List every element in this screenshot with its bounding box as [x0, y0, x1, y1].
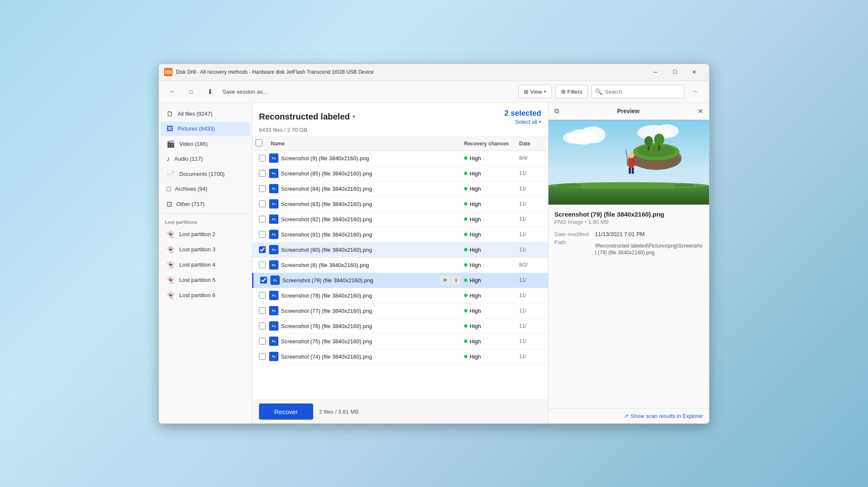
table-row[interactable]: Ps Screenshot (8) (file 3840x2160).png H… [252, 258, 548, 273]
sidebar-item-lost-partition-5[interactable]: 👻 Lost partition 5 [161, 273, 250, 287]
svg-rect-19 [632, 167, 634, 173]
preview-panel: ⧉ Preview ✕ [548, 103, 709, 423]
sidebar-item-audio[interactable]: ♪ Audio (117) [161, 152, 250, 166]
other-icon: ⊡ [167, 200, 172, 208]
sidebar-item-lost-partition-2-label: Lost partition 2 [179, 231, 215, 237]
high-dot-11 [464, 324, 467, 328]
row-recovery-7: High [464, 262, 519, 268]
row-name-6: Ps Screenshot (80) (file 3840x2160).png [269, 245, 464, 254]
row-checkbox-12[interactable] [259, 338, 266, 345]
sidebar-item-other[interactable]: ⊡ Other (717) [161, 197, 250, 211]
more-options-button[interactable]: ··· [688, 84, 703, 99]
row-action-buttons-8: 👁 ℹ [440, 276, 461, 285]
sidebar-item-archives[interactable]: □ Archives (94) [161, 182, 250, 196]
filters-button[interactable]: ⚙ Filters [555, 85, 588, 98]
table-row[interactable]: Ps Screenshot (82) (file 3840x2160).png … [252, 212, 548, 227]
filters-icon: ⚙ [561, 89, 566, 95]
row-checkbox-9[interactable] [259, 292, 266, 299]
back-button[interactable]: ← [165, 84, 180, 99]
sidebar-item-video-label: Video (186) [179, 141, 208, 147]
minimize-button[interactable]: ─ [645, 66, 665, 78]
row-name-7: Ps Screenshot (8) (file 3840x2160).png [269, 260, 464, 270]
selected-count: 2 selected [504, 109, 541, 118]
folder-dropdown-icon[interactable]: ▾ [353, 114, 355, 120]
row-name-11: Ps Screenshot (76) (file 3840x2160).png [269, 321, 464, 331]
row-date-13: 11/ [519, 353, 545, 359]
row-checkbox-13[interactable] [259, 353, 266, 360]
sidebar-section-lost-partitions: Lost partitions [159, 215, 252, 226]
row-checkbox-10[interactable] [259, 307, 266, 314]
row-checkbox-3[interactable] [259, 200, 266, 207]
table-row[interactable]: Ps Screenshot (77) (file 3840x2160).png … [252, 303, 548, 319]
file-name-7: Screenshot (8) (file 3840x2160).png [281, 262, 369, 268]
sidebar-item-lost-partition-3[interactable]: 👻 Lost partition 3 [161, 242, 250, 257]
row-info-button-8[interactable]: ℹ [451, 276, 461, 285]
table-row[interactable]: Ps Screenshot (84) (file 3840x2160).png … [252, 181, 548, 197]
file-icon-8: Ps [270, 276, 280, 285]
table-row[interactable]: Ps Screenshot (80) (file 3840x2160).png … [252, 242, 548, 258]
row-recovery-9: High [464, 292, 519, 299]
row-date-7: 8/2/ [519, 262, 545, 268]
table-row[interactable]: Ps Screenshot (79) (file 3840x2160).png … [252, 273, 548, 288]
row-checkbox-0[interactable] [259, 155, 266, 161]
table-row[interactable]: Ps Screenshot (74) (file 3840x2160).png … [252, 349, 548, 365]
select-all-button[interactable]: Select all ▾ [515, 119, 541, 125]
file-icon-10: Ps [269, 306, 278, 315]
header-checkbox[interactable] [256, 139, 269, 148]
row-checkbox-4[interactable] [259, 216, 266, 223]
view-button[interactable]: ⊞ View ▾ [518, 85, 552, 98]
show-explorer-button[interactable]: ↗ Show scan results in Explorer [624, 413, 703, 419]
preview-close-button[interactable]: ✕ [698, 107, 703, 115]
sidebar-item-video[interactable]: 🎬 Video (186) [161, 136, 250, 151]
maximize-button[interactable]: ☐ [665, 66, 684, 78]
row-date-8: 11/ [519, 277, 545, 283]
search-input[interactable] [605, 89, 681, 95]
file-icon-1: Ps [269, 169, 278, 178]
sidebar-item-pictures[interactable]: 🖼 Pictures (6433) [161, 122, 250, 136]
row-recovery-10: High [464, 308, 519, 314]
preview-image-svg [548, 120, 709, 205]
row-checkbox-7[interactable] [259, 262, 266, 268]
row-checkbox-8[interactable] [260, 277, 267, 284]
table-row[interactable]: Ps Screenshot (83) (file 3840x2160).png … [252, 197, 548, 212]
svg-point-15 [629, 152, 634, 158]
sidebar-item-documents[interactable]: 📄 Documents (1700) [161, 167, 250, 181]
file-name-11: Screenshot (76) (file 3840x2160).png [281, 323, 372, 329]
row-checkbox-5[interactable] [259, 231, 266, 238]
close-button[interactable]: ✕ [684, 66, 704, 78]
table-row[interactable]: Ps Screenshot (81) (file 3840x2160).png … [252, 227, 548, 242]
table-row[interactable]: Ps Screenshot (78) (file 3840x2160).png … [252, 288, 548, 303]
table-row[interactable]: Ps Screenshot (76) (file 3840x2160).png … [252, 319, 548, 334]
table-row[interactable]: Ps Screenshot (75) (file 3840x2160).png … [252, 334, 548, 349]
table-row[interactable]: Ps Screenshot (85) (file 3840x2160).png … [252, 166, 548, 181]
home-button[interactable]: ⌂ [184, 84, 199, 99]
table-row[interactable]: Ps Screenshot (9) (file 3840x2160).png H… [252, 151, 548, 166]
row-name-0: Ps Screenshot (9) (file 3840x2160).png [269, 153, 464, 163]
select-all-label: Select all [515, 119, 537, 125]
file-icon-9: Ps [269, 291, 278, 300]
download-button[interactable]: ⬇ [202, 84, 217, 99]
select-all-checkbox[interactable] [256, 139, 262, 146]
preview-meta: Date modified: 11/13/2021 7:01 PM Path: … [554, 231, 703, 257]
high-dot-8 [464, 278, 467, 282]
sidebar-item-lost-partition-6-label: Lost partition 6 [179, 292, 215, 298]
row-checkbox-11[interactable] [259, 323, 266, 329]
row-eye-button-8[interactable]: 👁 [440, 276, 450, 285]
preview-image [548, 120, 709, 205]
row-checkbox-2[interactable] [259, 185, 266, 192]
preview-title: Preview [617, 108, 640, 114]
folder-title-text: Reconstructed labeled [259, 112, 350, 122]
preview-copy-button[interactable]: ⧉ [554, 107, 559, 115]
sidebar-item-lost-partition-4[interactable]: 👻 Lost partition 4 [161, 257, 250, 272]
sidebar-item-all-files[interactable]: 🗋 All files (9247) [161, 107, 250, 121]
recover-button[interactable]: Recover [259, 404, 313, 420]
app-window: DD Disk Drill - All recovery methods - H… [159, 64, 709, 424]
row-checkbox-1[interactable] [259, 170, 266, 177]
file-icon-13: Ps [269, 352, 278, 361]
sidebar-item-lost-partition-6[interactable]: 👻 Lost partition 6 [161, 288, 250, 303]
row-name-9: Ps Screenshot (78) (file 3840x2160).png [269, 291, 464, 300]
sidebar-item-lost-partition-2[interactable]: 👻 Lost partition 2 [161, 227, 250, 242]
row-recovery-1: High [464, 170, 519, 177]
row-checkbox-6[interactable] [259, 246, 266, 253]
preview-filetype: PNG Image • 1.90 MB [554, 219, 703, 225]
